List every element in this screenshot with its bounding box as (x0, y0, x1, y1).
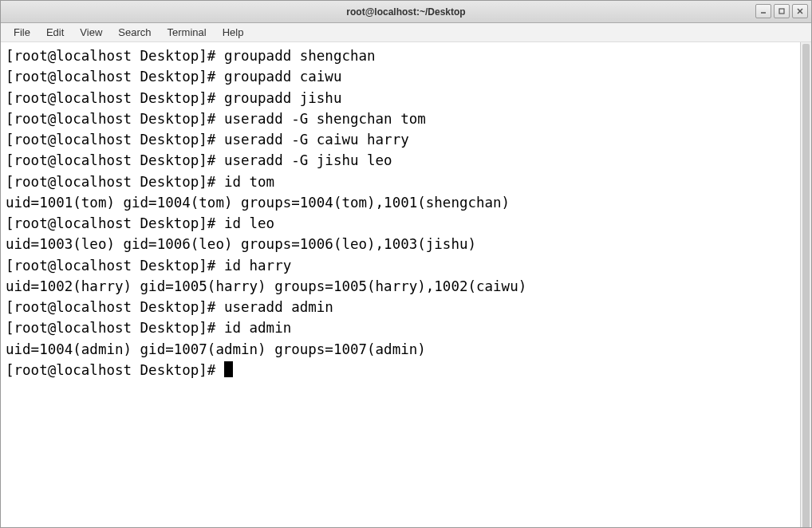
menu-view[interactable]: View (72, 25, 110, 40)
maximize-icon (778, 7, 786, 15)
menu-search[interactable]: Search (110, 25, 159, 40)
window-title: root@localhost:~/Desktop (346, 6, 465, 18)
terminal-line: [root@localhost Desktop]# id admin (6, 317, 806, 338)
terminal-line: uid=1004(admin) gid=1007(admin) groups=1… (6, 339, 806, 360)
terminal-line: [root@localhost Desktop]# (6, 360, 806, 380)
prompt: [root@localhost Desktop]# (6, 362, 224, 378)
window-controls (755, 4, 808, 18)
terminal-line: [root@localhost Desktop]# id harry (6, 255, 806, 276)
menu-terminal[interactable]: Terminal (160, 25, 215, 40)
terminal-line: [root@localhost Desktop]# id tom (6, 171, 806, 192)
minimize-icon (759, 7, 767, 15)
minimize-button[interactable] (755, 4, 771, 18)
terminal-line: [root@localhost Desktop]# groupadd caiwu (6, 66, 806, 87)
close-button[interactable] (792, 4, 808, 18)
terminal-line: uid=1003(leo) gid=1006(leo) groups=1006(… (6, 234, 806, 254)
terminal-line: [root@localhost Desktop]# groupadd sheng… (6, 45, 806, 66)
terminal-line: [root@localhost Desktop]# useradd admin (6, 297, 806, 317)
terminal-line: [root@localhost Desktop]# useradd -G cai… (6, 129, 806, 150)
terminal-line: [root@localhost Desktop]# id leo (6, 213, 806, 234)
menu-file[interactable]: File (6, 25, 38, 40)
terminal-window: root@localhost:~/Desktop File Edit View … (0, 0, 812, 528)
menu-edit[interactable]: Edit (38, 25, 72, 40)
terminal-line: [root@localhost Desktop]# groupadd jishu (6, 88, 806, 108)
terminal-line: uid=1002(harry) gid=1005(harry) groups=1… (6, 276, 806, 297)
menubar: File Edit View Search Terminal Help (1, 23, 811, 42)
svg-rect-1 (779, 9, 784, 14)
menu-help[interactable]: Help (215, 25, 252, 40)
scrollbar[interactable] (800, 42, 811, 527)
scrollbar-thumb[interactable] (802, 44, 810, 527)
titlebar: root@localhost:~/Desktop (1, 1, 811, 23)
terminal-line: [root@localhost Desktop]# useradd -G jis… (6, 150, 806, 171)
cursor (224, 361, 233, 377)
close-icon (796, 7, 804, 15)
terminal-body[interactable]: [root@localhost Desktop]# groupadd sheng… (1, 42, 811, 527)
terminal-content[interactable]: [root@localhost Desktop]# groupadd sheng… (6, 45, 806, 380)
terminal-line: [root@localhost Desktop]# useradd -G she… (6, 108, 806, 129)
maximize-button[interactable] (774, 4, 790, 18)
terminal-line: uid=1001(tom) gid=1004(tom) groups=1004(… (6, 192, 806, 213)
